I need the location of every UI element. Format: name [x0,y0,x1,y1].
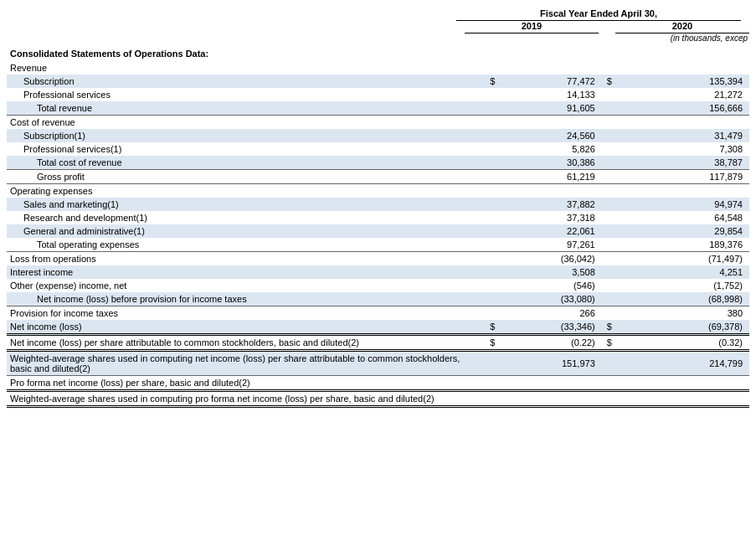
row-label: Weighted-average shares used in computin… [7,391,481,407]
row-sym2 [599,101,614,116]
row-val1: 266 [496,306,599,321]
row-sym2 [599,61,614,75]
table-row: Other (expense) income, net (546) (1,752… [7,279,749,292]
row-label: Subscription [7,75,481,88]
row-sym1 [481,116,496,130]
row-val2: (0.32) [614,335,749,351]
table-row: Cost of revenue [7,116,749,130]
table-row: Professional services(1) 5,826 7,308 [7,142,749,156]
row-label: Provision for income taxes [7,306,481,321]
row-val1: 91,605 [496,101,599,116]
row-label: Loss from operations [7,252,481,266]
year-2020: 2020 [615,21,749,33]
row-sym1 [481,252,496,266]
row-val2: 29,854 [614,224,749,238]
row-sym2 [599,238,614,252]
row-val2: 135,394 [614,75,749,88]
row-sym2 [599,292,614,306]
row-sym2 [599,184,614,198]
row-sym2 [599,211,614,224]
table-row: Professional services 14,133 21,272 [7,88,749,101]
row-sym1 [481,351,496,376]
fiscal-year-label: Fiscal Year Ended April 30, [456,8,741,21]
row-val1: 61,219 [496,170,599,184]
row-label: Cost of revenue [7,116,481,130]
section-title-row: Consolidated Statements of Operations Da… [7,46,749,61]
row-val1: 3,508 [496,265,599,279]
row-sym2 [599,224,614,238]
row-label: Total revenue [7,101,481,116]
row-val2: 94,974 [614,198,749,211]
table-row: Weighted-average shares used in computin… [7,391,749,407]
year-2019: 2019 [465,21,599,33]
row-sym2 [599,265,614,279]
row-val1: 97,261 [496,238,599,252]
table-row: Weighted-average shares used in computin… [7,351,749,376]
row-sym2 [599,156,614,170]
row-val1: (0.22) [496,335,599,351]
row-sym2 [599,170,614,184]
table-row: Total operating expenses 97,261 189,376 [7,238,749,252]
table-row: Revenue [7,61,749,75]
row-sym2 [599,279,614,292]
row-label: Pro forma net income (loss) per share, b… [7,376,481,391]
row-sym1 [481,61,496,75]
row-label: Net income (loss) before provision for i… [7,292,481,306]
row-val1: 151,973 [496,351,599,376]
table-row: Total cost of revenue 30,386 38,787 [7,156,749,170]
row-label: Research and development(1) [7,211,481,224]
row-val2 [614,376,749,391]
row-sym2 [599,351,614,376]
row-val2: 4,251 [614,265,749,279]
row-sym1 [481,391,496,407]
table-row: Net income (loss) $ (33,346) $ (69,378) [7,320,749,335]
row-label: Professional services(1) [7,142,481,156]
row-label: Professional services [7,88,481,101]
row-val2 [614,184,749,198]
row-sym1 [481,279,496,292]
row-sym1 [481,306,496,321]
row-sym1: $ [481,75,496,88]
row-sym2 [599,198,614,211]
row-val1: 37,318 [496,211,599,224]
row-label: Revenue [7,61,481,75]
row-val1 [496,61,599,75]
table-row: Pro forma net income (loss) per share, b… [7,376,749,391]
row-sym1 [481,292,496,306]
row-val1: 14,133 [496,88,599,101]
row-val1: (33,346) [496,320,599,335]
row-val2: 64,548 [614,211,749,224]
row-val1 [496,376,599,391]
row-sym1 [481,265,496,279]
row-sym2 [599,252,614,266]
row-sym1 [481,224,496,238]
row-sym1: $ [481,335,496,351]
row-val1: 22,061 [496,224,599,238]
row-sym1: $ [481,320,496,335]
row-label: Net income (loss) per share attributable… [7,335,481,351]
table-row: Sales and marketing(1) 37,882 94,974 [7,198,749,211]
financial-table: Consolidated Statements of Operations Da… [7,46,749,408]
row-val2: (69,378) [614,320,749,335]
row-val2: 189,376 [614,238,749,252]
row-sym2 [599,129,614,142]
table-row: Provision for income taxes 266 380 [7,306,749,321]
row-val2 [614,116,749,130]
row-val1: (33,080) [496,292,599,306]
row-label: Interest income [7,265,481,279]
row-sym1 [481,238,496,252]
row-label: Total operating expenses [7,238,481,252]
row-sym2 [599,306,614,321]
row-label: Subscription(1) [7,129,481,142]
row-sym2: $ [599,75,614,88]
row-val2: 156,666 [614,101,749,116]
row-val1: (36,042) [496,252,599,266]
row-sym1 [481,376,496,391]
row-sym1 [481,101,496,116]
row-label: Gross profit [7,170,481,184]
row-sym2 [599,391,614,407]
table-row: Net income (loss) before provision for i… [7,292,749,306]
row-val2: (1,752) [614,279,749,292]
row-val2: 38,787 [614,156,749,170]
row-sym1 [481,198,496,211]
